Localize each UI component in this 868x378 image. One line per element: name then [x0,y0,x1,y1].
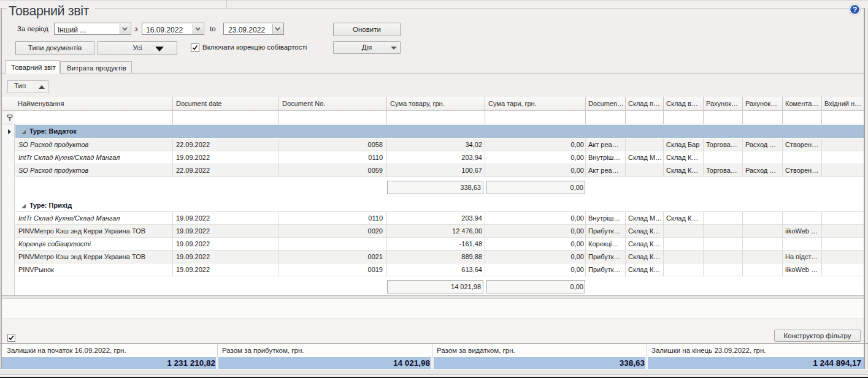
svg-text:?: ? [853,6,858,14]
